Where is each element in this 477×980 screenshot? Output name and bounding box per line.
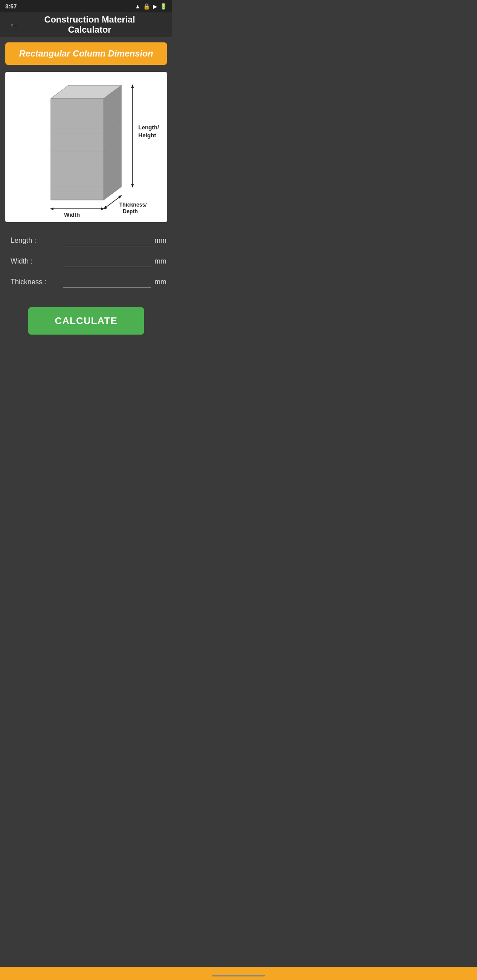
- width-input[interactable]: [63, 255, 151, 267]
- battery-icon: 🔋: [160, 3, 167, 10]
- section-banner-text: Rectangular Column Dimension: [19, 49, 153, 58]
- svg-text:Length/: Length/: [138, 124, 159, 131]
- length-row: Length : mm: [11, 234, 162, 246]
- back-button[interactable]: ←: [7, 18, 21, 32]
- calculate-button[interactable]: CALCULATE: [28, 307, 144, 335]
- wifi-icon: ▶: [153, 3, 157, 10]
- svg-marker-3: [104, 85, 121, 200]
- svg-marker-1: [51, 98, 104, 200]
- thickness-label: Thickness :: [11, 278, 59, 286]
- width-label: Width :: [11, 257, 59, 265]
- svg-text:Height: Height: [138, 132, 156, 139]
- section-banner: Rectangular Column Dimension: [5, 42, 167, 65]
- length-input[interactable]: [63, 234, 151, 246]
- status-time: 3:57: [5, 3, 17, 10]
- nav-bar: ← Construction Material Calculator: [0, 12, 172, 37]
- svg-text:Thickness/: Thickness/: [119, 202, 147, 208]
- length-unit: mm: [155, 237, 167, 245]
- thickness-input[interactable]: [63, 276, 151, 288]
- back-arrow-icon: ←: [9, 19, 19, 30]
- column-image-container: Length/ Height Width Thickness/ Depth: [5, 72, 167, 222]
- input-section: Length : mm Width : mm Thickness : mm: [5, 231, 167, 300]
- thickness-unit: mm: [155, 278, 167, 286]
- status-bar: 3:57 ▲ 🔒 ▶ 🔋: [0, 0, 172, 12]
- column-illustration: Length/ Height Width Thickness/ Depth: [5, 72, 167, 222]
- main-content: Rectangular Column Dimension: [0, 37, 172, 351]
- nav-title: Construction Material Calculator: [28, 15, 151, 35]
- thickness-row: Thickness : mm: [11, 276, 162, 288]
- svg-text:Depth: Depth: [123, 208, 138, 215]
- width-row: Width : mm: [11, 255, 162, 267]
- signal-icon: ▲: [135, 3, 140, 10]
- status-icons: ▲ 🔒 ▶ 🔋: [135, 3, 167, 10]
- calculate-btn-wrapper: CALCULATE: [5, 307, 167, 335]
- length-label: Length :: [11, 237, 59, 245]
- svg-text:Width: Width: [64, 211, 80, 218]
- lock-icon: 🔒: [143, 3, 150, 10]
- width-unit: mm: [155, 257, 167, 265]
